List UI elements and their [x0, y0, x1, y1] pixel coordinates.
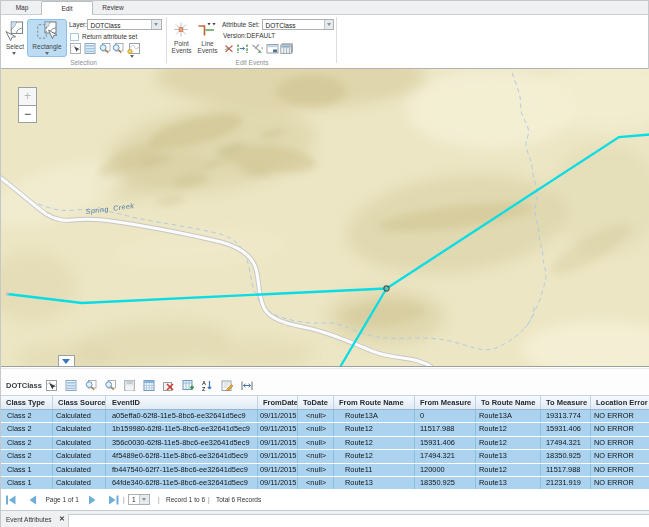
svg-text:Z: Z	[202, 386, 206, 392]
